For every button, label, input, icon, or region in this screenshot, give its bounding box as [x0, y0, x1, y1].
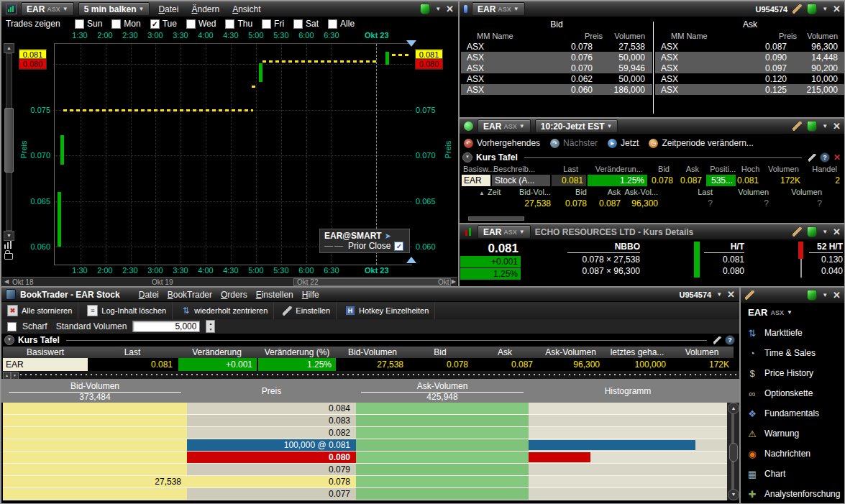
- day-checkbox[interactable]: [186, 19, 196, 29]
- column-header[interactable]: Volumen: [762, 165, 805, 173]
- day-checkbox[interactable]: [75, 19, 84, 29]
- wrench-icon[interactable]: [793, 122, 802, 131]
- depth-row[interactable]: ASX0.07827,538: [461, 41, 652, 52]
- wrench-icon[interactable]: [713, 336, 721, 344]
- close-icon[interactable]: ✕: [446, 4, 454, 14]
- toolbar-button[interactable]: ↷Nächster: [550, 138, 598, 148]
- depth-row[interactable]: ASX0.06250,000: [461, 73, 652, 84]
- ladder-price-cell[interactable]: 0.083: [187, 415, 356, 426]
- column-header[interactable]: Bid: [554, 188, 590, 196]
- menu-einstellen[interactable]: Einstellen: [252, 290, 298, 300]
- ladder-ask-cell[interactable]: [356, 476, 529, 487]
- column-header[interactable]: Ask-Vol...: [624, 188, 661, 196]
- toolbar-button[interactable]: Einstellen: [277, 302, 337, 319]
- period-titlebar[interactable]: EAR ASX ▼ 10:20-Jetzt EST ▼ ▼ ✕: [460, 119, 845, 134]
- ladder-bid-cell[interactable]: [3, 403, 187, 414]
- sidebar-titlebar[interactable]: ▼ ✕: [741, 288, 845, 303]
- column-header[interactable]: Volumen: [670, 347, 734, 357]
- quote-row[interactable]: EAR0.081+0.0011.25%27,5380.0780.08796,30…: [3, 358, 734, 371]
- prior-close-checkbox[interactable]: ✓: [394, 242, 403, 251]
- ladder-price-cell[interactable]: 0.077: [187, 488, 356, 500]
- column-header[interactable]: Basisw...: [462, 165, 492, 173]
- column-header[interactable]: Veränderun...: [588, 165, 649, 173]
- column-header[interactable]: Ask: [590, 188, 624, 196]
- close-section-icon[interactable]: ✕: [833, 152, 841, 162]
- depth-row[interactable]: ASX0.08796,300: [655, 41, 845, 52]
- wrench-icon[interactable]: [793, 227, 802, 237]
- depth-row[interactable]: ASX0.09790,200: [655, 63, 845, 73]
- depth-row[interactable]: ASX0.07059,946: [461, 63, 652, 73]
- column-header[interactable]: Hoch: [739, 165, 762, 173]
- chart-symbol-button[interactable]: EAR ASX ▼: [21, 2, 74, 16]
- ladder-bid-cell[interactable]: [3, 427, 187, 439]
- sidebar-item-warnung[interactable]: ⚠Warnung: [746, 424, 842, 443]
- help-icon[interactable]: ?: [725, 335, 735, 345]
- sidebar-item-analystenforschung[interactable]: ✚Analystenforschung: [746, 485, 842, 503]
- ladder-bid-cell[interactable]: [3, 488, 187, 500]
- day-checkbox[interactable]: [111, 19, 121, 29]
- chart-date-scrollbar[interactable]: ◀ Okt 18 Okt 19 Okt 22 Okt ▶: [2, 277, 457, 287]
- spinner-stepper[interactable]: ▲▼: [206, 320, 215, 333]
- titlebar-menu-caret[interactable]: ▼: [822, 6, 828, 12]
- day-checkbox[interactable]: [262, 19, 271, 29]
- menu-booktrader[interactable]: BookTrader: [163, 290, 216, 300]
- column-header[interactable]: ▲Zeit: [462, 188, 512, 196]
- ladder-price-cell[interactable]: 0.082: [187, 427, 356, 439]
- toolbar-button[interactable]: ≡Log-Inhalt löschen: [81, 302, 173, 319]
- column-header[interactable]: Bid-Vol...: [512, 188, 554, 196]
- chart-pan-marker-bottom-icon[interactable]: [406, 257, 416, 263]
- day-filter[interactable]: Sat: [293, 19, 319, 29]
- column-header[interactable]: letztes geha...: [604, 347, 670, 357]
- sidebar-symbol[interactable]: EAR ASX ▼: [748, 307, 793, 318]
- chart-vertical-scrollbar[interactable]: ▲ ▼: [2, 43, 14, 264]
- scroll-right-icon[interactable]: ▶: [452, 278, 456, 285]
- day-filter[interactable]: Mon: [111, 19, 140, 29]
- time-period-button[interactable]: 10:20-Jetzt EST ▼: [535, 119, 618, 133]
- depth-symbol-button[interactable]: EAR ASX ▼: [472, 2, 525, 16]
- column-header[interactable]: Bid: [408, 347, 472, 357]
- scroll-up-icon[interactable]: ▲: [728, 403, 739, 414]
- ladder-ask-cell[interactable]: [356, 452, 529, 463]
- ladder-scrollbar[interactable]: ▲ ▼: [727, 403, 739, 500]
- wrench-icon[interactable]: [793, 4, 802, 14]
- day-filter[interactable]: ✓Tue: [150, 19, 177, 29]
- sidebar-item-fundamentals[interactable]: ❖Fundamentals: [746, 404, 842, 423]
- quote-row[interactable]: EARStock (A...0.0811.25%0.0780.087535...…: [462, 175, 844, 186]
- scroll-down-icon[interactable]: ▼: [728, 489, 739, 500]
- collapse-icon[interactable]: ▼: [4, 335, 14, 345]
- close-icon[interactable]: ✕: [833, 290, 841, 300]
- column-header[interactable]: Beschreib...: [492, 165, 553, 173]
- booktrader-titlebar[interactable]: BookTrader - EAR Stock DateiBookTraderOr…: [1, 288, 739, 302]
- ladder-bid-cell[interactable]: [3, 415, 187, 426]
- day-filter[interactable]: Thu: [225, 19, 252, 29]
- column-header[interactable]: Last: [88, 347, 177, 357]
- ladder-price-cell[interactable]: 0.080: [187, 452, 356, 463]
- day-filter[interactable]: Alle: [328, 19, 355, 29]
- depth-row[interactable]: ASX0.12010,000: [655, 73, 845, 84]
- scroll-up-icon[interactable]: ▲: [4, 43, 14, 53]
- sidebar-item-chart[interactable]: ▦Chart: [746, 464, 842, 483]
- column-header[interactable]: Last: [661, 188, 716, 196]
- help-icon[interactable]: ?: [820, 152, 830, 162]
- ladder-price-cell[interactable]: 0.079: [187, 464, 356, 475]
- unlock-icon[interactable]: [4, 249, 13, 262]
- toolbar-button[interactable]: ►Jetzt: [608, 138, 639, 148]
- menu-datei[interactable]: Datei: [154, 4, 183, 14]
- toolbar-button[interactable]: ⇅wiederholt zentrieren: [175, 302, 274, 319]
- column-header[interactable]: Ask: [472, 347, 537, 357]
- scrollbar-thumb[interactable]: [4, 108, 14, 173]
- titlebar-menu-caret[interactable]: ▼: [822, 229, 828, 235]
- wrench-icon[interactable]: [808, 154, 816, 162]
- ladder-price-cell[interactable]: 0.084: [187, 403, 356, 414]
- day-filter[interactable]: Fri: [262, 19, 284, 29]
- column-header[interactable]: Handel: [805, 165, 844, 173]
- sidebar-item-time-sales[interactable]: ◔Time & Sales: [746, 344, 842, 362]
- ladder-ask-cell[interactable]: [356, 427, 529, 439]
- depth-row[interactable]: ASX0.125215,000: [655, 84, 845, 95]
- ladder-price-cell[interactable]: 0.078: [187, 476, 356, 487]
- sidebar-item-optionskette[interactable]: ∞Optionskette: [746, 384, 842, 403]
- ladder-price-cell[interactable]: 100,000 @ 0.081: [187, 439, 356, 451]
- horizontal-scrollbar-thumb[interactable]: [468, 216, 524, 221]
- ladder-bid-cell[interactable]: [3, 452, 187, 463]
- column-header[interactable]: Volumen: [716, 188, 772, 196]
